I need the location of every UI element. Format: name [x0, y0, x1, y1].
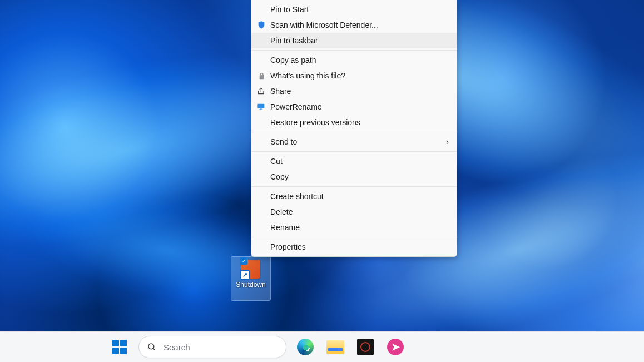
search-input[interactable] — [162, 342, 278, 353]
menu-item-pin-taskbar[interactable]: Pin to taskbar — [251, 33, 457, 48]
taskbar-app-edge[interactable] — [294, 336, 316, 358]
menu-item-label: Share — [268, 87, 449, 96]
menu-item-label: Send to — [268, 137, 446, 146]
taskbar-search[interactable] — [138, 336, 286, 358]
menu-item-scan-defender[interactable]: Scan with Microsoft Defender... — [251, 17, 457, 33]
taskbar-app-explorer[interactable] — [324, 336, 346, 358]
monitor-icon — [255, 102, 268, 111]
chevron-right-icon: › — [446, 137, 449, 146]
menu-item-copy[interactable]: Copy — [251, 169, 457, 185]
ring-icon — [357, 339, 374, 355]
lock-icon — [255, 72, 268, 80]
menu-item-label: PowerRename — [268, 102, 449, 111]
taskbar-app-lips[interactable]: ➤ — [384, 336, 407, 358]
menu-item-label: Cut — [268, 157, 449, 166]
menu-item-rename[interactable]: Rename — [251, 220, 457, 235]
share-icon — [255, 87, 268, 96]
svg-line-4 — [153, 348, 155, 350]
menu-item-label: Copy as path — [268, 56, 449, 65]
menu-item-pin-start[interactable]: Pin to Start — [251, 2, 457, 17]
menu-item-powerrename[interactable]: PowerRename — [251, 99, 457, 115]
menu-item-restore-versions[interactable]: Restore previous versions — [251, 115, 457, 130]
menu-item-label: What's using this file? — [268, 71, 449, 80]
menu-item-send-to[interactable]: Send to› — [251, 134, 457, 150]
menu-item-create-shortcut[interactable]: Create shortcut — [251, 189, 457, 204]
menu-item-label: Properties — [268, 242, 449, 251]
taskbar: ➤ — [0, 331, 644, 362]
shield-icon — [255, 21, 268, 29]
shutdown-shortcut-icon — [241, 260, 260, 279]
edge-icon — [297, 339, 314, 355]
menu-item-label: Restore previous versions — [268, 118, 449, 127]
folder-icon — [326, 340, 344, 354]
svg-point-3 — [148, 344, 154, 349]
lips-icon: ➤ — [387, 339, 404, 355]
menu-item-delete[interactable]: Delete — [251, 204, 457, 220]
svg-rect-0 — [257, 104, 264, 108]
windows-logo-icon — [112, 340, 127, 354]
desktop-icon-label: Shutdown — [236, 281, 265, 289]
svg-rect-1 — [260, 108, 262, 109]
menu-item-label: Delete — [268, 207, 449, 216]
menu-item-cut[interactable]: Cut — [251, 153, 457, 169]
start-button[interactable] — [108, 336, 131, 358]
menu-item-label: Scan with Microsoft Defender... — [268, 21, 449, 29]
menu-item-share[interactable]: Share — [251, 83, 457, 99]
search-icon — [147, 342, 157, 352]
menu-item-copy-as-path[interactable]: Copy as path — [251, 52, 457, 68]
taskbar-app-dark[interactable] — [354, 336, 377, 358]
menu-item-whats-using[interactable]: What's using this file? — [251, 68, 457, 83]
menu-item-properties[interactable]: Properties — [251, 239, 457, 255]
menu-item-label: Copy — [268, 172, 449, 181]
desktop-icon-shutdown[interactable]: Shutdown — [231, 257, 270, 300]
menu-item-label: Pin to taskbar — [268, 36, 449, 45]
svg-rect-2 — [259, 110, 263, 110]
context-menu: Pin to StartScan with Microsoft Defender… — [251, 0, 457, 257]
menu-item-label: Create shortcut — [268, 192, 449, 201]
menu-item-label: Rename — [268, 223, 449, 232]
menu-item-label: Pin to Start — [268, 5, 449, 14]
